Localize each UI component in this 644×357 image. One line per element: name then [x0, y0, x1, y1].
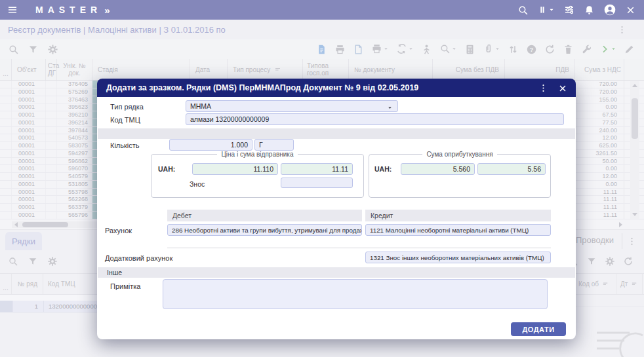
app-title-text: MASTER [35, 5, 102, 15]
add-button[interactable]: ДОДАТИ [511, 322, 566, 336]
notifications-icon[interactable] [584, 5, 595, 16]
receipt-currency-label: UAH: [374, 165, 392, 173]
debit-account-input[interactable]: 286 Необоротні активи та групи вибуття, … [167, 224, 362, 236]
close-window-icon[interactable] [625, 5, 636, 16]
add-by-sample-dialog: Додати за зразком. Рядки (DMS) ПерМНМАПр… [97, 79, 576, 339]
quantity-label: Кількість [110, 141, 140, 149]
tmc-code-label: Код ТМЦ [110, 116, 140, 124]
row-type-select[interactable]: МНМА [186, 100, 398, 112]
other-section-header: Інше [98, 267, 575, 278]
receipt-group-title: Сума оприбуткування [422, 151, 496, 158]
extra-credit-account-input[interactable]: 1321 Знос інших необоротних матеріальних… [365, 252, 551, 263]
quantity-input[interactable]: 1.000 [169, 139, 252, 151]
app-title: MASTER » [35, 5, 110, 16]
sender-price-group: Ціна і сума відправника UAH: 11.110 11.1… [151, 151, 364, 198]
debit-header: Дебет [167, 210, 362, 221]
other-section-label: Інше [107, 269, 122, 276]
dialog-titlebar[interactable]: Додати за зразком. Рядки (DMS) ПерМНМАПр… [97, 79, 576, 97]
sender-sum-input[interactable]: 11.11 [281, 163, 353, 175]
unit-input[interactable]: Г [254, 139, 294, 151]
chevron-down-icon [387, 105, 393, 111]
wear-label: Знос [190, 180, 205, 188]
credit-header: Кредит [365, 210, 551, 221]
sender-price-input[interactable]: 11.110 [192, 163, 278, 175]
receipt-sum-input[interactable]: 5.56 [477, 163, 546, 175]
note-textarea[interactable] [163, 279, 548, 309]
row-type-label: Тип рядка [110, 103, 144, 111]
dialog-title: Додати за зразком. Рядки (DMS) ПерМНМАПр… [106, 83, 418, 92]
account-label: Рахунок [105, 227, 132, 235]
tune-icon[interactable] [563, 4, 575, 16]
dialog-close-icon[interactable] [557, 82, 568, 94]
accounts-divider [167, 248, 551, 248]
note-label: Примітка [110, 282, 140, 290]
app-bar: MASTER » [0, 0, 644, 20]
sender-currency-label: UAH: [158, 165, 175, 173]
wear-input[interactable] [281, 178, 353, 188]
menu-icon[interactable] [7, 4, 18, 16]
section-separator [98, 128, 575, 139]
credit-account-input[interactable]: 1121 Малоцінні необоротні матеріальні ак… [365, 224, 551, 236]
dialog-menu-icon[interactable] [538, 82, 548, 94]
account-icon[interactable] [603, 3, 616, 16]
app-title-chevrons: » [104, 5, 110, 16]
pause-menu-icon[interactable] [537, 5, 555, 15]
global-search-icon[interactable] [517, 5, 529, 16]
tmc-code-input[interactable]: алмази 13200000000009 [186, 113, 564, 125]
sender-group-title: Ціна і сума відправника [217, 151, 297, 158]
extra-account-label: Додатковий рахунок [105, 254, 172, 262]
receipt-sum-group: Сума оприбуткування UAH: 5.560 5.56 [369, 151, 551, 198]
receipt-price-input[interactable]: 5.560 [401, 163, 475, 175]
